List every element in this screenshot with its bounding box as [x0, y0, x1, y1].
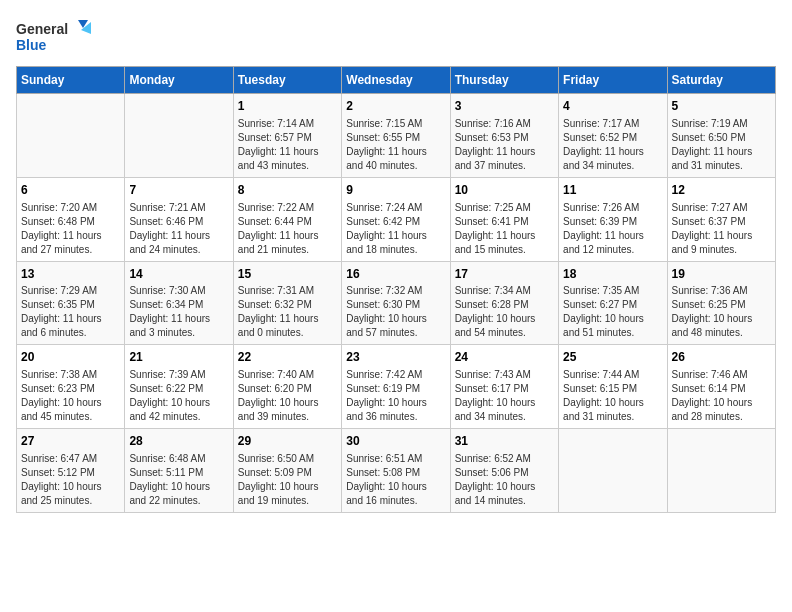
week-row-3: 13Sunrise: 7:29 AMSunset: 6:35 PMDayligh… — [17, 261, 776, 345]
svg-text:General: General — [16, 21, 68, 37]
day-info: Sunset: 6:32 PM — [238, 298, 337, 312]
day-info: Sunset: 6:19 PM — [346, 382, 445, 396]
day-cell — [559, 429, 667, 513]
day-info: Sunset: 6:39 PM — [563, 215, 662, 229]
day-number: 27 — [21, 433, 120, 450]
day-info: Daylight: 11 hours and 12 minutes. — [563, 229, 662, 257]
day-cell: 16Sunrise: 7:32 AMSunset: 6:30 PMDayligh… — [342, 261, 450, 345]
day-header-tuesday: Tuesday — [233, 67, 341, 94]
day-info: Daylight: 11 hours and 43 minutes. — [238, 145, 337, 173]
header-row: SundayMondayTuesdayWednesdayThursdayFrid… — [17, 67, 776, 94]
day-info: Daylight: 11 hours and 27 minutes. — [21, 229, 120, 257]
day-info: Daylight: 10 hours and 36 minutes. — [346, 396, 445, 424]
day-cell: 8Sunrise: 7:22 AMSunset: 6:44 PMDaylight… — [233, 177, 341, 261]
day-info: Daylight: 10 hours and 45 minutes. — [21, 396, 120, 424]
day-info: Sunrise: 7:17 AM — [563, 117, 662, 131]
week-row-4: 20Sunrise: 7:38 AMSunset: 6:23 PMDayligh… — [17, 345, 776, 429]
day-cell: 18Sunrise: 7:35 AMSunset: 6:27 PMDayligh… — [559, 261, 667, 345]
day-cell: 6Sunrise: 7:20 AMSunset: 6:48 PMDaylight… — [17, 177, 125, 261]
day-header-saturday: Saturday — [667, 67, 775, 94]
day-number: 3 — [455, 98, 554, 115]
day-number: 31 — [455, 433, 554, 450]
day-cell: 17Sunrise: 7:34 AMSunset: 6:28 PMDayligh… — [450, 261, 558, 345]
svg-text:Blue: Blue — [16, 37, 47, 53]
day-info: Daylight: 10 hours and 14 minutes. — [455, 480, 554, 508]
day-info: Sunrise: 7:34 AM — [455, 284, 554, 298]
day-cell: 2Sunrise: 7:15 AMSunset: 6:55 PMDaylight… — [342, 94, 450, 178]
day-info: Sunrise: 7:22 AM — [238, 201, 337, 215]
day-info: Daylight: 11 hours and 0 minutes. — [238, 312, 337, 340]
day-info: Sunrise: 6:51 AM — [346, 452, 445, 466]
day-info: Sunrise: 6:50 AM — [238, 452, 337, 466]
day-info: Sunset: 5:08 PM — [346, 466, 445, 480]
day-cell: 10Sunrise: 7:25 AMSunset: 6:41 PMDayligh… — [450, 177, 558, 261]
day-info: Daylight: 11 hours and 21 minutes. — [238, 229, 337, 257]
day-info: Sunrise: 7:27 AM — [672, 201, 771, 215]
day-info: Sunset: 6:50 PM — [672, 131, 771, 145]
day-cell: 15Sunrise: 7:31 AMSunset: 6:32 PMDayligh… — [233, 261, 341, 345]
day-info: Sunset: 6:28 PM — [455, 298, 554, 312]
day-info: Sunrise: 7:24 AM — [346, 201, 445, 215]
day-info: Sunset: 6:57 PM — [238, 131, 337, 145]
day-info: Sunrise: 7:35 AM — [563, 284, 662, 298]
day-number: 15 — [238, 266, 337, 283]
day-info: Sunset: 6:15 PM — [563, 382, 662, 396]
day-info: Sunset: 6:55 PM — [346, 131, 445, 145]
day-info: Sunrise: 6:47 AM — [21, 452, 120, 466]
day-cell — [667, 429, 775, 513]
day-info: Sunrise: 7:44 AM — [563, 368, 662, 382]
day-info: Sunset: 6:20 PM — [238, 382, 337, 396]
day-info: Sunrise: 7:21 AM — [129, 201, 228, 215]
day-number: 13 — [21, 266, 120, 283]
day-number: 9 — [346, 182, 445, 199]
day-cell: 1Sunrise: 7:14 AMSunset: 6:57 PMDaylight… — [233, 94, 341, 178]
day-cell: 11Sunrise: 7:26 AMSunset: 6:39 PMDayligh… — [559, 177, 667, 261]
day-info: Daylight: 10 hours and 42 minutes. — [129, 396, 228, 424]
day-number: 7 — [129, 182, 228, 199]
day-info: Sunset: 6:14 PM — [672, 382, 771, 396]
day-cell: 20Sunrise: 7:38 AMSunset: 6:23 PMDayligh… — [17, 345, 125, 429]
day-info: Sunrise: 7:25 AM — [455, 201, 554, 215]
day-info: Sunset: 6:53 PM — [455, 131, 554, 145]
day-info: Daylight: 10 hours and 57 minutes. — [346, 312, 445, 340]
day-info: Daylight: 10 hours and 51 minutes. — [563, 312, 662, 340]
week-row-5: 27Sunrise: 6:47 AMSunset: 5:12 PMDayligh… — [17, 429, 776, 513]
day-info: Sunset: 6:17 PM — [455, 382, 554, 396]
day-number: 17 — [455, 266, 554, 283]
day-header-thursday: Thursday — [450, 67, 558, 94]
day-info: Sunrise: 7:42 AM — [346, 368, 445, 382]
day-info: Sunrise: 7:14 AM — [238, 117, 337, 131]
day-cell: 28Sunrise: 6:48 AMSunset: 5:11 PMDayligh… — [125, 429, 233, 513]
day-cell: 21Sunrise: 7:39 AMSunset: 6:22 PMDayligh… — [125, 345, 233, 429]
day-info: Sunset: 5:11 PM — [129, 466, 228, 480]
day-info: Sunrise: 7:39 AM — [129, 368, 228, 382]
day-cell: 27Sunrise: 6:47 AMSunset: 5:12 PMDayligh… — [17, 429, 125, 513]
day-info: Sunset: 6:48 PM — [21, 215, 120, 229]
day-info: Daylight: 10 hours and 54 minutes. — [455, 312, 554, 340]
day-number: 24 — [455, 349, 554, 366]
day-number: 6 — [21, 182, 120, 199]
day-number: 26 — [672, 349, 771, 366]
day-info: Sunrise: 7:43 AM — [455, 368, 554, 382]
day-cell: 4Sunrise: 7:17 AMSunset: 6:52 PMDaylight… — [559, 94, 667, 178]
day-info: Daylight: 10 hours and 28 minutes. — [672, 396, 771, 424]
day-cell: 14Sunrise: 7:30 AMSunset: 6:34 PMDayligh… — [125, 261, 233, 345]
day-header-sunday: Sunday — [17, 67, 125, 94]
day-info: Daylight: 11 hours and 6 minutes. — [21, 312, 120, 340]
day-header-wednesday: Wednesday — [342, 67, 450, 94]
day-info: Sunset: 6:44 PM — [238, 215, 337, 229]
day-number: 8 — [238, 182, 337, 199]
day-number: 1 — [238, 98, 337, 115]
day-info: Sunrise: 7:31 AM — [238, 284, 337, 298]
day-cell: 22Sunrise: 7:40 AMSunset: 6:20 PMDayligh… — [233, 345, 341, 429]
day-cell: 30Sunrise: 6:51 AMSunset: 5:08 PMDayligh… — [342, 429, 450, 513]
day-info: Sunrise: 7:38 AM — [21, 368, 120, 382]
day-info: Sunrise: 7:40 AM — [238, 368, 337, 382]
day-number: 12 — [672, 182, 771, 199]
day-info: Daylight: 11 hours and 18 minutes. — [346, 229, 445, 257]
logo: GeneralBlue — [16, 16, 96, 56]
day-info: Sunset: 5:09 PM — [238, 466, 337, 480]
day-info: Daylight: 11 hours and 31 minutes. — [672, 145, 771, 173]
day-info: Daylight: 10 hours and 34 minutes. — [455, 396, 554, 424]
day-info: Sunrise: 6:48 AM — [129, 452, 228, 466]
